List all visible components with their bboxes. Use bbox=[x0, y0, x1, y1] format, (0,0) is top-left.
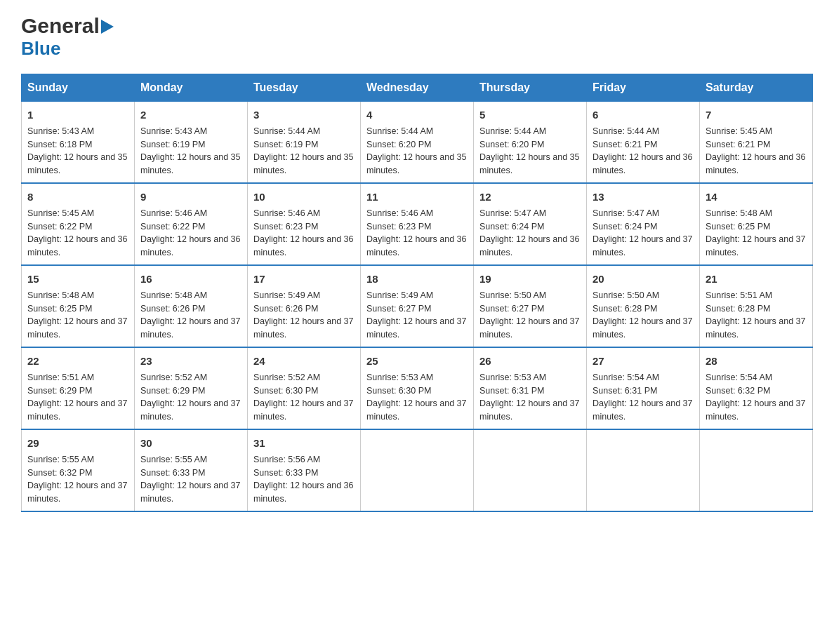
daylight-info: Daylight: 12 hours and 37 minutes. bbox=[479, 316, 579, 340]
day-number: 28 bbox=[706, 354, 807, 368]
day-cell-16: 16Sunrise: 5:48 AMSunset: 6:26 PMDayligh… bbox=[135, 265, 248, 347]
header: General Blue bbox=[21, 14, 813, 60]
sunrise-info: Sunrise: 5:51 AM bbox=[706, 290, 772, 300]
sunset-info: Sunset: 6:28 PM bbox=[706, 304, 770, 314]
day-cell-19: 19Sunrise: 5:50 AMSunset: 6:27 PMDayligh… bbox=[474, 265, 587, 347]
day-number: 10 bbox=[253, 189, 355, 204]
day-cell-6: 6Sunrise: 5:44 AMSunset: 6:21 PMDaylight… bbox=[587, 102, 700, 184]
day-cell-2: 2Sunrise: 5:43 AMSunset: 6:19 PMDaylight… bbox=[135, 102, 248, 184]
sunset-info: Sunset: 6:22 PM bbox=[140, 222, 205, 232]
sunset-info: Sunset: 6:31 PM bbox=[593, 386, 657, 396]
day-number: 3 bbox=[253, 107, 355, 122]
sunset-info: Sunset: 6:20 PM bbox=[479, 140, 544, 149]
sunrise-info: Sunrise: 5:55 AM bbox=[27, 455, 94, 464]
daylight-info: Daylight: 12 hours and 36 minutes. bbox=[140, 234, 240, 257]
sunrise-info: Sunrise: 5:48 AM bbox=[27, 290, 94, 300]
day-number: 6 bbox=[593, 107, 694, 122]
day-cell-5: 5Sunrise: 5:44 AMSunset: 6:20 PMDaylight… bbox=[474, 102, 587, 184]
sunrise-info: Sunrise: 5:44 AM bbox=[253, 126, 320, 136]
empty-cell bbox=[587, 429, 700, 511]
day-cell-25: 25Sunrise: 5:53 AMSunset: 6:30 PMDayligh… bbox=[361, 347, 474, 429]
sunset-info: Sunset: 6:19 PM bbox=[140, 140, 205, 149]
daylight-info: Daylight: 12 hours and 37 minutes. bbox=[27, 316, 127, 340]
day-cell-10: 10Sunrise: 5:46 AMSunset: 6:23 PMDayligh… bbox=[248, 183, 361, 265]
sunrise-info: Sunrise: 5:49 AM bbox=[253, 290, 320, 300]
sunrise-info: Sunrise: 5:54 AM bbox=[706, 373, 772, 382]
sunset-info: Sunset: 6:23 PM bbox=[366, 222, 431, 232]
daylight-info: Daylight: 12 hours and 37 minutes. bbox=[593, 398, 692, 422]
sunrise-info: Sunrise: 5:55 AM bbox=[140, 455, 207, 464]
day-cell-29: 29Sunrise: 5:55 AMSunset: 6:32 PMDayligh… bbox=[22, 429, 135, 511]
sunrise-info: Sunrise: 5:46 AM bbox=[253, 208, 320, 218]
calendar-table: SundayMondayTuesdayWednesdayThursdayFrid… bbox=[21, 74, 813, 512]
sunrise-info: Sunrise: 5:48 AM bbox=[706, 208, 772, 218]
daylight-info: Daylight: 12 hours and 37 minutes. bbox=[140, 316, 240, 340]
daylight-info: Daylight: 12 hours and 36 minutes. bbox=[479, 234, 579, 257]
day-number: 29 bbox=[27, 436, 128, 450]
sunrise-info: Sunrise: 5:47 AM bbox=[593, 208, 659, 218]
header-wednesday: Wednesday bbox=[361, 74, 474, 102]
sunrise-info: Sunrise: 5:43 AM bbox=[27, 126, 94, 136]
header-sunday: Sunday bbox=[22, 74, 135, 102]
daylight-info: Daylight: 12 hours and 36 minutes. bbox=[366, 234, 466, 257]
sunset-info: Sunset: 6:30 PM bbox=[366, 386, 431, 396]
day-cell-31: 31Sunrise: 5:56 AMSunset: 6:33 PMDayligh… bbox=[248, 429, 361, 511]
header-monday: Monday bbox=[135, 74, 248, 102]
day-number: 19 bbox=[479, 271, 581, 286]
daylight-info: Daylight: 12 hours and 37 minutes. bbox=[366, 316, 466, 340]
day-cell-13: 13Sunrise: 5:47 AMSunset: 6:24 PMDayligh… bbox=[587, 183, 700, 265]
empty-cell bbox=[474, 429, 587, 511]
daylight-info: Daylight: 12 hours and 37 minutes. bbox=[593, 234, 692, 257]
day-cell-27: 27Sunrise: 5:54 AMSunset: 6:31 PMDayligh… bbox=[587, 347, 700, 429]
daylight-info: Daylight: 12 hours and 36 minutes. bbox=[253, 234, 353, 257]
day-number: 8 bbox=[27, 189, 128, 204]
daylight-info: Daylight: 12 hours and 37 minutes. bbox=[366, 398, 466, 422]
day-cell-4: 4Sunrise: 5:44 AMSunset: 6:20 PMDaylight… bbox=[361, 102, 474, 184]
day-cell-11: 11Sunrise: 5:46 AMSunset: 6:23 PMDayligh… bbox=[361, 183, 474, 265]
day-number: 24 bbox=[253, 354, 355, 368]
sunset-info: Sunset: 6:19 PM bbox=[253, 140, 318, 149]
day-number: 9 bbox=[140, 189, 241, 204]
sunset-info: Sunset: 6:27 PM bbox=[479, 304, 544, 314]
header-thursday: Thursday bbox=[474, 74, 587, 102]
day-number: 20 bbox=[593, 271, 694, 286]
day-cell-30: 30Sunrise: 5:55 AMSunset: 6:33 PMDayligh… bbox=[135, 429, 248, 511]
sunset-info: Sunset: 6:25 PM bbox=[27, 304, 92, 314]
sunset-info: Sunset: 6:31 PM bbox=[479, 386, 544, 396]
day-cell-18: 18Sunrise: 5:49 AMSunset: 6:27 PMDayligh… bbox=[361, 265, 474, 347]
sunset-info: Sunset: 6:21 PM bbox=[593, 140, 657, 149]
sunset-info: Sunset: 6:33 PM bbox=[253, 468, 318, 478]
day-cell-12: 12Sunrise: 5:47 AMSunset: 6:24 PMDayligh… bbox=[474, 183, 587, 265]
day-number: 7 bbox=[706, 107, 807, 122]
daylight-info: Daylight: 12 hours and 37 minutes. bbox=[706, 316, 805, 340]
day-cell-23: 23Sunrise: 5:52 AMSunset: 6:29 PMDayligh… bbox=[135, 347, 248, 429]
week-row-2: 8Sunrise: 5:45 AMSunset: 6:22 PMDaylight… bbox=[22, 183, 813, 265]
calendar-header-row: SundayMondayTuesdayWednesdayThursdayFrid… bbox=[22, 74, 813, 102]
sunrise-info: Sunrise: 5:47 AM bbox=[479, 208, 546, 218]
day-number: 26 bbox=[479, 354, 581, 368]
week-row-3: 15Sunrise: 5:48 AMSunset: 6:25 PMDayligh… bbox=[22, 265, 813, 347]
day-number: 1 bbox=[27, 107, 128, 122]
sunrise-info: Sunrise: 5:48 AM bbox=[140, 290, 207, 300]
sunrise-info: Sunrise: 5:44 AM bbox=[593, 126, 659, 136]
day-number: 2 bbox=[140, 107, 241, 122]
sunset-info: Sunset: 6:24 PM bbox=[593, 222, 657, 232]
day-cell-15: 15Sunrise: 5:48 AMSunset: 6:25 PMDayligh… bbox=[22, 265, 135, 347]
day-cell-9: 9Sunrise: 5:46 AMSunset: 6:22 PMDaylight… bbox=[135, 183, 248, 265]
sunset-info: Sunset: 6:20 PM bbox=[366, 140, 431, 149]
day-cell-24: 24Sunrise: 5:52 AMSunset: 6:30 PMDayligh… bbox=[248, 347, 361, 429]
day-cell-8: 8Sunrise: 5:45 AMSunset: 6:22 PMDaylight… bbox=[22, 183, 135, 265]
day-cell-22: 22Sunrise: 5:51 AMSunset: 6:29 PMDayligh… bbox=[22, 347, 135, 429]
header-friday: Friday bbox=[587, 74, 700, 102]
daylight-info: Daylight: 12 hours and 37 minutes. bbox=[27, 398, 127, 422]
day-cell-1: 1Sunrise: 5:43 AMSunset: 6:18 PMDaylight… bbox=[22, 102, 135, 184]
empty-cell bbox=[361, 429, 474, 511]
sunrise-info: Sunrise: 5:50 AM bbox=[593, 290, 659, 300]
day-cell-17: 17Sunrise: 5:49 AMSunset: 6:26 PMDayligh… bbox=[248, 265, 361, 347]
header-tuesday: Tuesday bbox=[248, 74, 361, 102]
logo: General Blue bbox=[21, 14, 114, 60]
day-number: 17 bbox=[253, 271, 355, 286]
sunrise-info: Sunrise: 5:53 AM bbox=[366, 373, 433, 382]
daylight-info: Daylight: 12 hours and 35 minutes. bbox=[253, 152, 353, 175]
daylight-info: Daylight: 12 hours and 37 minutes. bbox=[706, 234, 805, 257]
